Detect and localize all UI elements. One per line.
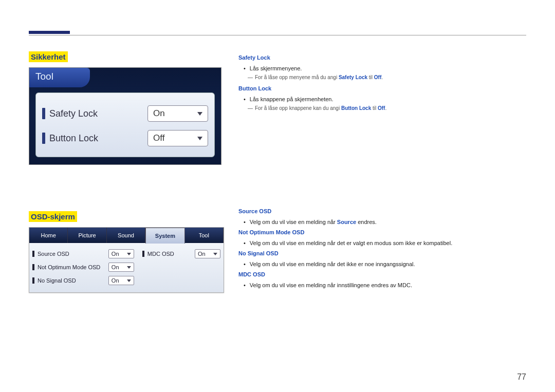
mdc-osd-dropdown[interactable]: On	[195, 249, 220, 258]
section-sikkerhet: Sikkerhet Tool Safety Lock On Button L	[29, 51, 224, 165]
osd-body: Source OSD On Not Optimum Mode OSD On No…	[29, 243, 224, 292]
osd-row-mdc: MDC OSD On	[142, 247, 220, 260]
bullet: Lås knappene på skjermenheten.	[244, 95, 526, 104]
dropdown-value: Off	[153, 133, 164, 143]
chevron-down-icon	[127, 279, 131, 282]
tab-system[interactable]: System	[145, 228, 184, 244]
osd-col-left: Source OSD On Not Optimum Mode OSD On No…	[32, 247, 134, 287]
button-lock-dropdown[interactable]: Off	[147, 130, 208, 146]
term-nosig-osd: No Signal OSD	[238, 249, 526, 258]
term-mdc-osd: MDC OSD	[238, 270, 526, 279]
dropdown-value: On	[153, 108, 165, 119]
term-source-osd: Source OSD	[238, 207, 526, 216]
heading-sikkerhet: Sikkerhet	[29, 51, 68, 62]
osd-screenshot: Home Picture Sound System Tool Source OS…	[29, 227, 224, 293]
tab-home[interactable]: Home	[29, 228, 68, 243]
header-rule	[29, 35, 526, 35]
row-indicator	[42, 108, 45, 119]
row-label: Source OSD	[38, 251, 108, 257]
osd-row-nosig: No Signal OSD On	[32, 274, 134, 287]
row-label: Safety Lock	[49, 108, 147, 119]
term-notopt-osd: Not Optimum Mode OSD	[238, 228, 526, 237]
heading-osd: OSD-skjerm	[29, 211, 77, 222]
bullet: Velg om du vil vise en melding når det e…	[244, 239, 526, 248]
safety-lock-dropdown[interactable]: On	[147, 105, 208, 122]
page-content: Sikkerhet Tool Safety Lock On Button L	[29, 51, 526, 371]
left-column: Sikkerhet Tool Safety Lock On Button L	[29, 51, 224, 371]
tool-row-safety: Safety Lock On	[42, 101, 208, 126]
osd-col-right: MDC OSD On	[142, 247, 220, 287]
bullet: Lås skjermmenyene.	[244, 64, 526, 73]
chevron-down-icon	[127, 266, 131, 269]
page-number: 77	[517, 372, 526, 382]
hint: For å låse opp menyene må du angi Safety…	[248, 73, 526, 81]
row-indicator	[32, 251, 34, 257]
row-indicator	[32, 277, 34, 284]
row-indicator	[42, 133, 45, 144]
bullet: Velg om du vil vise en melding når det i…	[244, 260, 526, 269]
chevron-down-icon	[127, 253, 131, 255]
bullet: Velg om du vil vise en melding når innst…	[244, 281, 526, 290]
row-label: MDC OSD	[147, 251, 195, 257]
tool-body: Safety Lock On Button Lock Off	[35, 92, 215, 157]
row-label: No Signal OSD	[38, 277, 108, 284]
osd-row-source: Source OSD On	[32, 247, 134, 260]
chevron-down-icon	[213, 253, 217, 255]
row-indicator	[32, 264, 34, 270]
tool-screenshot: Tool Safety Lock On Button Lock	[29, 67, 221, 165]
tab-tool[interactable]: Tool	[185, 228, 224, 243]
tool-tab: Tool	[29, 68, 90, 87]
chevron-down-icon	[197, 112, 202, 116]
tool-row-button: Button Lock Off	[42, 126, 208, 151]
osd-tabs: Home Picture Sound System Tool	[29, 228, 224, 243]
nosig-osd-dropdown[interactable]: On	[108, 276, 134, 285]
source-osd-dropdown[interactable]: On	[108, 249, 134, 258]
row-indicator	[142, 251, 144, 257]
row-label: Not Optimum Mode OSD	[38, 264, 108, 270]
tab-picture[interactable]: Picture	[68, 228, 106, 243]
tab-sound[interactable]: Sound	[107, 228, 145, 243]
right-column: Safety Lock Lås skjermmenyene. For å lås…	[238, 51, 526, 371]
hint: For å låse opp knappene kan du angi Butt…	[248, 104, 526, 112]
term-button-lock: Button Lock	[238, 84, 526, 93]
term-safety-lock: Safety Lock	[238, 53, 526, 62]
chevron-down-icon	[197, 137, 202, 140]
notopt-osd-dropdown[interactable]: On	[108, 263, 134, 272]
bullet: Velg om du vil vise en melding når Sourc…	[244, 218, 526, 227]
header-accent	[29, 31, 70, 34]
spacer	[238, 115, 526, 205]
section-osd: OSD-skjerm Home Picture Sound System Too…	[29, 211, 224, 293]
osd-row-notopt: Not Optimum Mode OSD On	[32, 260, 134, 274]
row-label: Button Lock	[49, 133, 147, 144]
